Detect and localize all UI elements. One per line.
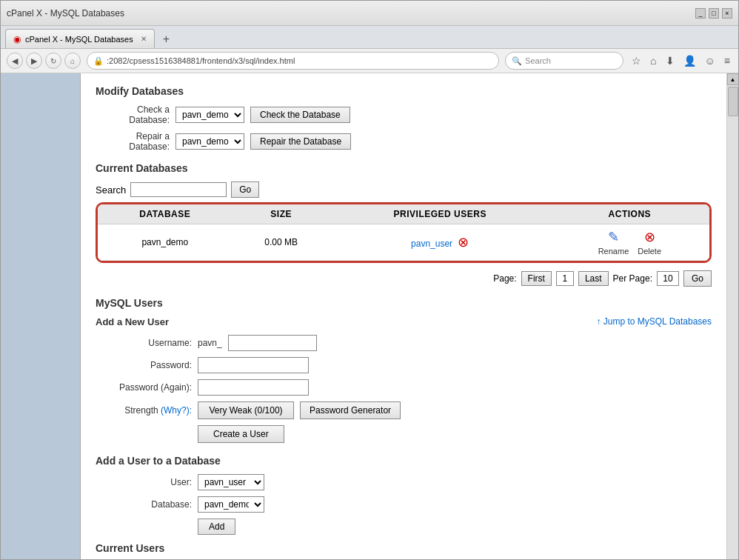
main-content: Modify Databases Check a Database: pavn_… [81,73,726,559]
action-cell: ✎ Rename ⊗ Delete [558,229,702,256]
repair-database-button[interactable]: Repair the Database [250,133,351,150]
current-databases-section: Current Databases Search Go Database Siz… [96,162,712,287]
nav-icons: ☆ ⌂ ⬇ 👤 ☺ ≡ [629,53,732,68]
current-users-title: Current Users [96,542,712,554]
feedback-icon[interactable]: ☺ [703,53,718,68]
rename-button[interactable]: ✎ Rename [598,229,629,256]
bookmarks-icon[interactable]: ☆ [629,53,643,68]
username-input[interactable] [228,335,317,351]
add-user-to-db-section: Add a User to a Database User: pavn_user… [96,455,712,535]
menu-icon[interactable]: ≡ [722,53,732,68]
databases-table: Database Size Privileged Users Actions p… [98,204,709,261]
add-db-select-row: Database: pavn_demo [96,496,712,513]
delete-button[interactable]: ⊗ Delete [638,229,661,256]
password-again-label: Password (Again): [96,382,192,393]
per-page-label: Per Page: [613,273,652,284]
col-database: Database [98,204,233,224]
maximize-button[interactable]: □ [709,8,719,19]
add-db-label: Database: [96,499,192,510]
create-user-row: Create a User [198,425,712,443]
home-icon[interactable]: ⌂ [648,53,658,68]
current-databases-title: Current Databases [96,162,712,174]
col-actions: Actions [550,204,709,224]
content-wrapper: Modify Databases Check a Database: pavn_… [1,73,738,559]
username-prefix: pavn_ [198,338,222,348]
search-icon: 🔍 [512,56,522,66]
mysql-users-section: MySQL Users ↑ Jump to MySQL Databases Ad… [96,297,712,443]
pagination-go-button[interactable]: Go [683,270,712,287]
password-again-input[interactable] [198,379,309,396]
first-page-button[interactable]: First [521,271,552,286]
add-user-label: User: [96,477,192,487]
browser-search-placeholder: Search [525,56,551,65]
scrollbar[interactable]: ▲ [726,73,738,559]
address-bar[interactable]: 🔒 :2082/cpsess1516384881/frontend/x3/sql… [87,52,499,70]
check-database-row: Check a Database: pavn_demo Check the Da… [96,104,712,125]
modify-databases-section: Modify Databases Check a Database: pavn_… [96,85,712,152]
strength-label: Strength (Why?): [96,405,192,416]
why-link[interactable]: (Why?): [161,405,192,416]
privileged-user-link[interactable]: pavn_user [411,239,452,249]
db-search-row: Search Go [96,181,712,198]
rename-label: Rename [598,247,629,256]
current-users-section: Current Users [96,542,712,554]
close-button[interactable]: × [722,8,732,19]
db-search-input[interactable] [130,182,227,197]
jump-to-mysql-link[interactable]: ↑ Jump to MySQL Databases [596,316,712,327]
db-search-go-button[interactable]: Go [231,181,259,198]
active-tab[interactable]: ◉ cPanel X - MySQL Databases ✕ [5,29,155,48]
profile-icon[interactable]: 👤 [681,53,698,68]
scroll-up-arrow[interactable]: ▲ [727,73,739,85]
add-user-select-row: User: pavn_user [96,474,712,490]
strength-row: Strength (Why?): Very Weak (0/100) Passw… [96,401,712,419]
databases-table-wrapper: Database Size Privileged Users Actions p… [96,202,712,263]
db-search-label: Search [96,184,126,196]
add-button-row: Add [198,519,712,535]
db-size-cell: 0.00 MB [233,224,330,261]
refresh-button[interactable]: ↻ [45,53,61,69]
table-row: pavn_demo 0.00 MB pavn_user ⊗ ✎ [98,224,709,261]
password-again-row: Password (Again): [96,379,712,396]
download-icon[interactable]: ⬇ [663,53,677,68]
strength-text: Strength [124,405,158,416]
home-button[interactable]: ⌂ [64,53,81,69]
forward-button[interactable]: ▶ [26,53,42,69]
add-user-select[interactable]: pavn_user [198,474,264,490]
username-row: Username: pavn_ [96,335,712,351]
add-user-to-db-button[interactable]: Add [198,519,235,535]
password-generator-button[interactable]: Password Generator [300,401,401,419]
back-button[interactable]: ◀ [7,53,23,69]
col-size: Size [233,204,330,224]
rename-icon: ✎ [608,229,619,245]
table-header-row: Database Size Privileged Users Actions [98,204,709,224]
browser-window: cPanel X - MySQL Databases _ □ × ◉ cPane… [0,0,739,560]
tab-close-button[interactable]: ✕ [141,35,147,43]
browser-search-box[interactable]: 🔍 Search [505,52,623,70]
minimize-button[interactable]: _ [695,8,706,19]
per-page-input[interactable] [657,271,679,286]
password-input[interactable] [198,357,309,373]
remove-user-icon[interactable]: ⊗ [458,235,469,250]
current-page-number: 1 [556,271,574,286]
create-user-button[interactable]: Create a User [198,425,284,443]
address-text: :2082/cpsess1516384881/frontend/x3/sql/i… [107,56,295,65]
delete-label: Delete [638,247,661,256]
repair-database-select[interactable]: pavn_demo [175,133,244,150]
delete-icon: ⊗ [644,229,655,245]
check-database-button[interactable]: Check the Database [250,107,350,123]
pagination-row: Page: First 1 Last Per Page: Go [96,270,712,287]
repair-database-row: Repair a Database: pavn_demo Repair the … [96,131,712,152]
password-label: Password: [96,360,192,370]
check-database-select[interactable]: pavn_demo [175,107,244,123]
scroll-thumb[interactable] [728,87,738,116]
page-label: Page: [493,273,516,284]
strength-display: Very Weak (0/100) [198,401,294,419]
tab-bar: ◉ cPanel X - MySQL Databases ✕ + [1,26,738,49]
repair-database-label: Repair a Database: [96,131,170,152]
add-db-select[interactable]: pavn_demo [198,496,264,513]
add-user-section: ↑ Jump to MySQL Databases Add a New User… [96,316,712,443]
lock-icon: 🔒 [93,56,104,66]
last-page-button[interactable]: Last [578,271,609,286]
new-tab-button[interactable]: + [158,30,175,48]
title-bar: cPanel X - MySQL Databases _ □ × [1,1,738,26]
